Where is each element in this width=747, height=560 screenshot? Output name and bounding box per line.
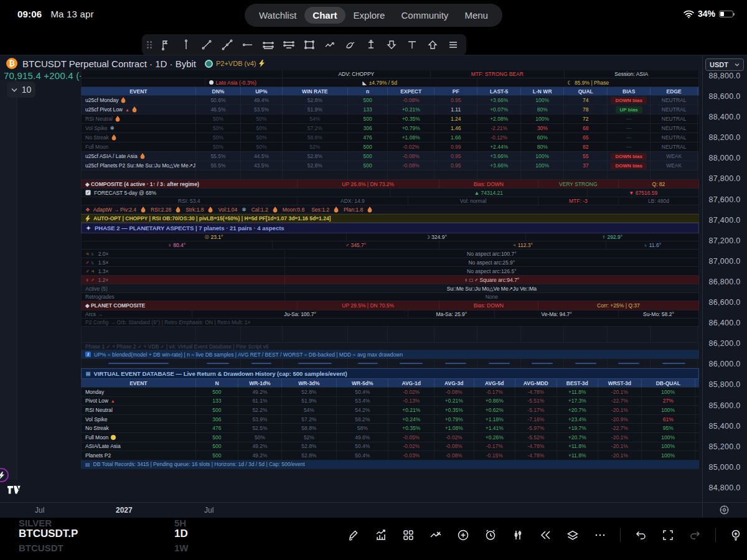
indicator-panel: ADV: CHOPPYMTF: STRONG BEARSession: ASIA… (81, 70, 699, 469)
text-tool-icon[interactable] (404, 37, 420, 53)
horizontal-ray-tool-icon[interactable] (240, 37, 256, 53)
db-footer-band: ▤DB Total Records: 3415 | Pending queue:… (81, 460, 699, 469)
value-cell: 133 (348, 105, 388, 114)
vertical-line-tool-icon[interactable] (178, 37, 194, 53)
ved-value-cell: +0.35% (388, 424, 434, 432)
edge-cell: NEUTRAL (651, 124, 697, 133)
time-axis[interactable]: Jul 2027 Jul (0, 502, 747, 518)
nav-tab-watchlist[interactable]: Watchlist (251, 7, 304, 24)
ved-value-cell: 50.4% (337, 388, 388, 396)
forecast-tool-icon[interactable] (157, 37, 174, 53)
bias-cell: — (608, 142, 651, 151)
ved-value-cell: -5.52% (515, 433, 557, 442)
picker-interval[interactable]: 1W (174, 543, 212, 553)
p2-config-band: P2 Config → Orb: Standard (6°) | Retro E… (81, 319, 699, 327)
chart-pane[interactable]: ₿ BTCUSDT Perpetual Contract · 1D · Bybi… (0, 55, 747, 518)
spacer-row (81, 327, 699, 343)
ved-value-cell: 500 (196, 388, 239, 396)
ideas-icon[interactable] (728, 528, 743, 543)
symbol-picker-row[interactable]: SILVER5H (19, 518, 212, 528)
replay-icon[interactable] (538, 528, 553, 543)
draw-icon[interactable] (346, 528, 361, 543)
strategy-icon[interactable] (428, 528, 443, 543)
adaptw-cell: ❖AdaptW → Piv:2.4RSI:2.28Strk:1.8Vol:1.0… (81, 205, 699, 213)
spacer-cell (564, 170, 608, 179)
tradingview-logo[interactable] (7, 485, 24, 498)
edge-cell: NEUTRAL (651, 133, 697, 142)
indicators-icon[interactable] (374, 528, 388, 543)
ved-value-cell: -0.03% (388, 451, 434, 460)
nav-tab-community[interactable]: Community (393, 7, 456, 24)
nav-tab-chart[interactable]: Chart (304, 7, 345, 24)
add-icon[interactable] (456, 528, 471, 543)
planet-band-b: ♀ 80.4°♂ 345.7°♃ 112.3°♄ 11.6° (81, 241, 699, 250)
more-icon[interactable] (593, 528, 608, 543)
value-cell: 46.5% (196, 105, 241, 114)
ved-value-cell: -4.78% (515, 442, 557, 451)
arrow-down-marker-tool-icon[interactable] (383, 37, 400, 53)
currency-toggle-button[interactable]: USDT (705, 58, 744, 71)
arrow-up-marker-tool-icon[interactable] (425, 37, 441, 53)
price-scale[interactable]: USDT 88,800.088,600.088,400.088,200.088,… (702, 55, 747, 518)
forecast-label: ✓FORECAST 5-day @ 68% (81, 189, 390, 197)
value-cell: +0.07% (477, 105, 521, 114)
layers-icon[interactable] (565, 528, 580, 543)
redo-icon[interactable] (688, 528, 703, 543)
value-cell: 50% (196, 142, 241, 151)
picker-symbol[interactable]: SILVER (19, 518, 174, 528)
symbol-title-row[interactable]: ₿ BTCUSDT Perpetual Contract · 1D · Bybi… (6, 58, 265, 69)
value-cell: 100% (521, 161, 565, 170)
pair-glyphs-cell: ♂♄1.5× (81, 258, 285, 266)
trend-angle-tool-icon[interactable] (219, 37, 235, 53)
value-cell: 54% (283, 114, 348, 123)
parallel-channel-tool-icon[interactable] (260, 37, 276, 53)
autoopt-band: AUTO-OPT | CHOPPY | RSI OB:70/OS:30 | pi… (81, 214, 699, 223)
chart-settings-icon[interactable] (510, 528, 525, 543)
symbol-picker-row[interactable]: BTCUSDT.P1D (19, 528, 212, 540)
price-tick-labels: 88,800.088,600.088,400.088,200.088,000.0… (702, 72, 747, 492)
indicator-collapse-button[interactable]: 10 (7, 82, 35, 98)
picker-symbol[interactable]: BTCUSDT.P (19, 528, 174, 540)
adaptw-band: ❖AdaptW → Piv:2.4RSI:2.28Strk:1.8Vol:1.0… (81, 205, 699, 214)
rectangle-tool-icon[interactable] (301, 37, 317, 53)
picker-interval[interactable]: 1D (174, 528, 212, 540)
brush-tool-icon[interactable] (342, 37, 359, 53)
symbol-picker-row[interactable]: BTCUSDT1W (19, 543, 212, 553)
undo-icon[interactable] (633, 528, 648, 543)
ved-value-cell: +1.08% (435, 424, 474, 432)
fullscreen-icon[interactable] (660, 528, 675, 543)
main-col-header: EVENT (81, 87, 196, 95)
trend-line-tool-icon[interactable] (199, 37, 215, 53)
indicator-badge[interactable]: P2+VDB (v4) (205, 60, 265, 68)
ved-value-cell: 52% (282, 433, 337, 442)
long-position-tool-icon[interactable] (363, 37, 379, 53)
table-row: u25cf Monday50.6%49.4%52.8%500-0.08%0.95… (81, 96, 699, 105)
flat-channel-tool-icon[interactable] (281, 37, 297, 53)
price-tick-label: 85,800.0 (702, 380, 747, 389)
ved-col-header: DB-QUAL (642, 379, 695, 387)
polyline-tool-icon[interactable] (322, 37, 338, 53)
picker-symbol[interactable]: BTCUSDT (19, 543, 174, 553)
ved-table-row: Planets P250049.2%52.8%50.4%-0.03%-0.08%… (81, 451, 699, 460)
axis-settings-gear-icon[interactable] (719, 505, 730, 518)
price-tick-label: 84,800.0 (702, 483, 747, 492)
nav-tab-explore[interactable]: Explore (345, 7, 393, 24)
horizontal-lines-tool-icon[interactable] (445, 37, 461, 53)
ved-value-cell: -0.17% (474, 388, 516, 396)
nav-tab-menu[interactable]: Menu (456, 7, 496, 24)
ved-col-header: BEST-3d (557, 379, 599, 387)
picker-interval[interactable]: 5H (174, 518, 212, 528)
planet-composite-bias: Bias: DOWN (439, 301, 538, 310)
layouts-icon[interactable] (401, 528, 416, 543)
indicator-name[interactable]: P2+VDB (v4) (216, 60, 256, 67)
spacer-cell (348, 327, 388, 342)
ved-col-header: AVG-MDD (515, 379, 557, 387)
toolbar-drag-handle[interactable] (147, 41, 152, 49)
ved-event-cell: Monday (81, 388, 196, 396)
price-tick-label: 88,800.0 (702, 72, 747, 80)
edge-cell: NEUTRAL (651, 105, 697, 114)
price-tick-label: 85,400.0 (702, 422, 747, 431)
alerts-icon[interactable] (483, 528, 498, 543)
price-tick-label: 86,200.0 (702, 339, 747, 348)
symbol-title[interactable]: BTCUSDT Perpetual Contract · 1D · Bybit (22, 58, 196, 69)
